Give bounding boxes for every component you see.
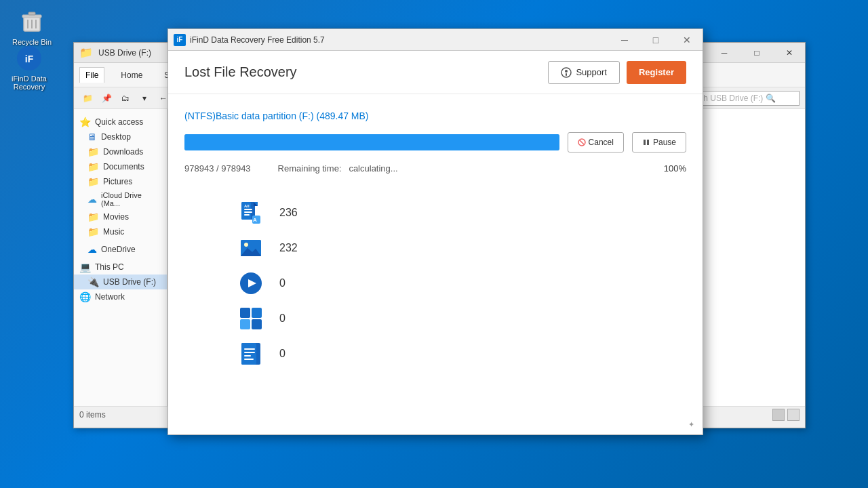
ifind-window: iF iFinD Data Recovery Free Edition 5.7 … (167, 28, 703, 435)
sidebar-item-movies[interactable]: 📁 Movies (74, 209, 167, 224)
ifind-logo-text: iF (177, 36, 183, 43)
pause-icon (642, 138, 650, 146)
svg-rect-19 (244, 209, 252, 210)
svg-rect-13 (644, 140, 646, 145)
file-type-icon-video (239, 271, 263, 296)
register-label: Register (639, 67, 674, 77)
ifind-close-button[interactable]: ✕ (671, 29, 703, 51)
svg-point-9 (565, 70, 568, 73)
sidebar-item-network[interactable]: 🌐 Network (74, 289, 167, 304)
cancel-label: Cancel (589, 138, 614, 147)
sidebar-item-network-label: Network (95, 292, 125, 302)
ifind-body: (NTFS)Basic data partition (F:) (489.47 … (168, 94, 703, 393)
support-button[interactable]: Support (548, 61, 620, 84)
file-type-count-text: 0 (279, 348, 300, 360)
sidebar-item-documents-label: Documents (103, 162, 144, 171)
file-type-row-text: 0 (239, 342, 300, 366)
svg-rect-40 (244, 355, 251, 357)
sidebar-item-movies-label: Movies (103, 212, 129, 222)
ifind-window-controls: ─ □ ✕ (609, 29, 703, 51)
remaining-time-value: calculating... (349, 163, 397, 174)
svg-line-12 (580, 140, 584, 144)
fe-maximize-button[interactable]: □ (741, 43, 772, 63)
support-icon (561, 67, 572, 78)
toolbar-new-folder-icon[interactable]: 🗂 (117, 90, 134, 106)
svg-rect-41 (244, 359, 254, 360)
file-type-count-images: 232 (279, 242, 300, 254)
partition-info: (NTFS)Basic data partition (F:) (489.47 … (184, 110, 686, 121)
register-button[interactable]: Register (627, 61, 686, 84)
file-type-row-other: 0 (239, 306, 300, 331)
sidebar-item-quick-access-label: Quick access (95, 117, 143, 127)
scan-stats: 978943 / 978943 Remaining time: calculat… (184, 163, 686, 174)
ifind-footer: ✦ (688, 420, 694, 429)
pictures-icon: 📁 (87, 176, 99, 187)
ifind-maximize-button[interactable]: □ (640, 29, 671, 51)
view-details-btn[interactable] (772, 409, 785, 421)
file-type-icon-other (239, 306, 263, 331)
pause-button[interactable]: Pause (632, 132, 686, 152)
sidebar-item-desktop-label: Desktop (101, 132, 131, 142)
recycle-bin-image (18, 8, 45, 35)
svg-rect-14 (647, 140, 649, 145)
toolbar-folder-icon[interactable]: 📁 (79, 90, 96, 106)
fe-item-count: 0 items (79, 410, 106, 420)
file-type-icon-documents: All A (239, 201, 263, 225)
fe-minimize-button[interactable]: ─ (709, 43, 740, 63)
tab-file[interactable]: File (79, 67, 104, 83)
sidebar-item-this-pc-label: This PC (95, 262, 124, 272)
svg-rect-34 (240, 319, 250, 329)
fe-sidebar: ⭐ Quick access 🖥 Desktop 📁 Downloads 📁 D… (74, 109, 167, 406)
fe-close-button[interactable]: ✕ (774, 43, 805, 63)
sidebar-item-quick-access[interactable]: ⭐ Quick access (74, 115, 167, 129)
sidebar-item-pictures[interactable]: 📁 Pictures (74, 174, 167, 189)
sidebar-item-icloud-label: iCloud Drive (Ma... (101, 191, 161, 207)
downloads-icon: 📁 (87, 146, 99, 157)
sidebar-item-this-pc[interactable]: 💻 This PC (74, 260, 167, 274)
toolbar-more-icon[interactable]: ▾ (136, 90, 153, 106)
sidebar-item-music-label: Music (103, 227, 124, 237)
desktop-icon: 🖥 (87, 131, 97, 142)
svg-rect-2 (28, 12, 35, 15)
ifind-desktop-image: iF (16, 45, 43, 72)
ifind-logo-icon: iF (174, 34, 186, 46)
progress-percent: 100% (664, 163, 686, 174)
svg-rect-39 (244, 352, 255, 353)
svg-rect-21 (244, 214, 250, 216)
view-large-btn[interactable] (787, 409, 800, 421)
cancel-button[interactable]: Cancel (568, 132, 624, 152)
sidebar-item-usb-drive[interactable]: 🔌 USB Drive (F:) (74, 274, 167, 289)
svg-rect-1 (22, 15, 41, 18)
sidebar-item-icloud[interactable]: ☁ iCloud Drive (Ma... (74, 189, 167, 209)
svg-rect-32 (240, 308, 250, 318)
svg-text:A: A (253, 217, 257, 223)
fe-view-controls (772, 409, 800, 421)
sidebar-item-music[interactable]: 📁 Music (74, 224, 167, 239)
pause-label: Pause (653, 138, 676, 147)
sidebar-item-desktop[interactable]: 🖥 Desktop (74, 129, 167, 144)
search-icon: 🔍 (766, 94, 776, 103)
header-buttons: Support Register (548, 61, 686, 84)
svg-rect-10 (566, 73, 567, 76)
sidebar-item-usb-drive-label: USB Drive (F:) (103, 277, 156, 287)
ifind-titlebar: iF iFinD Data Recovery Free Edition 5.7 … (168, 29, 703, 51)
toolbar-pin-icon[interactable]: 📌 (98, 90, 115, 106)
progress-bar-container (184, 134, 559, 150)
ifind-desktop-icon[interactable]: iF iFinD DataRecovery (5, 42, 53, 94)
svg-text:iF: iF (25, 54, 34, 64)
quick-access-icon: ⭐ (79, 117, 91, 127)
file-type-count-video: 0 (279, 277, 300, 289)
icloud-icon: ☁ (87, 194, 97, 205)
sidebar-item-downloads-label: Downloads (103, 147, 143, 157)
onedrive-icon: ☁ (87, 244, 97, 255)
tab-home[interactable]: Home (115, 68, 148, 83)
svg-rect-38 (244, 348, 255, 350)
sidebar-item-documents[interactable]: 📁 Documents (74, 159, 167, 174)
documents-icon: 📁 (87, 161, 99, 172)
ifind-desktop-label: iFinD DataRecovery (12, 75, 47, 91)
ifind-minimize-button[interactable]: ─ (609, 29, 640, 51)
file-type-icon-images (239, 236, 263, 260)
sidebar-item-downloads[interactable]: 📁 Downloads (74, 144, 167, 159)
sidebar-item-pictures-label: Pictures (103, 177, 132, 186)
sidebar-item-onedrive[interactable]: ☁ OneDrive (74, 242, 167, 257)
